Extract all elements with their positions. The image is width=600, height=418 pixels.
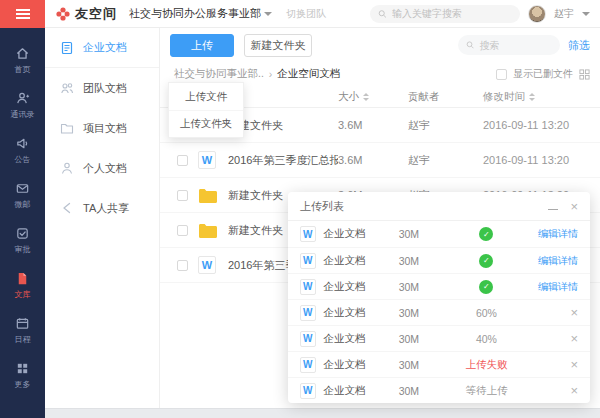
sidebar-item-mail[interactable]: 微邮	[0, 175, 45, 217]
more-grid-icon	[15, 361, 30, 376]
upload-file-name: 企业文档	[324, 227, 399, 241]
word-doc-icon	[300, 383, 316, 399]
sidebar-item-approval[interactable]: 审批	[0, 220, 45, 262]
home-icon	[15, 46, 30, 61]
upload-row: 企业文档 30M 编辑详情	[288, 273, 590, 299]
org-switcher[interactable]: 社交与协同办公服务事业部	[129, 6, 272, 21]
file-contributor: 赵宇	[408, 118, 483, 133]
remove-upload-button[interactable]	[570, 332, 578, 345]
app-name: 友空间	[75, 5, 117, 23]
upload-failed-status: 上传失败	[449, 358, 524, 372]
upload-row: 企业文档 30M 上传失败	[288, 351, 590, 377]
edit-details-link[interactable]: 编辑详情	[538, 254, 578, 268]
file-contributor: 赵宇	[408, 153, 483, 168]
table-row: 2016年第三季度汇总报告.doc 3.6M 赵宇 2016-09-11 13:…	[160, 143, 600, 178]
column-header-modified[interactable]: 修改时间	[483, 90, 600, 104]
minimize-button[interactable]	[548, 202, 558, 210]
upload-dropdown-menu: 上传文件 上传文件夹	[168, 82, 244, 138]
upload-file-size: 30M	[399, 333, 449, 345]
file-modified: 2016-09-11 13:20	[483, 119, 600, 131]
word-doc-icon	[300, 253, 316, 269]
hamburger-menu-button[interactable]	[0, 0, 45, 28]
team-icon	[60, 81, 74, 95]
contacts-icon	[15, 91, 30, 106]
row-checkbox[interactable]	[177, 225, 188, 236]
row-checkbox[interactable]	[177, 190, 188, 201]
bottom-strip	[45, 408, 600, 418]
search-icon	[466, 40, 474, 50]
sidebar-item-more[interactable]: 更多	[0, 355, 45, 397]
upload-file-name: 企业文档	[324, 254, 399, 268]
menu-item-upload-folder[interactable]: 上传文件夹	[169, 110, 243, 137]
app-window: 友空间 社交与协同办公服务事业部 切换团队 赵宇 首页	[0, 0, 600, 418]
sidebar-item-project-docs[interactable]: 项目文档	[45, 108, 159, 148]
upload-file-size: 30M	[399, 281, 449, 293]
grid-view-button[interactable]	[579, 69, 590, 80]
file-size: 3.6M	[338, 154, 408, 166]
upload-progress: 40%	[449, 333, 524, 345]
folder-icon	[198, 188, 218, 203]
upload-row: 企业文档 30M 编辑详情	[288, 247, 590, 273]
primary-sidebar: 首页 通讯录 公告 微邮	[0, 28, 45, 418]
chevron-down-icon	[264, 12, 272, 16]
sidebar-item-shared-with-me[interactable]: TA人共享	[45, 188, 159, 228]
upload-waiting-status: 等待上传	[449, 384, 524, 398]
sort-icon	[363, 93, 369, 101]
approval-icon	[15, 226, 30, 241]
global-search-box	[370, 5, 520, 23]
edit-details-link[interactable]: 编辑详情	[538, 280, 578, 294]
row-checkbox[interactable]	[177, 155, 188, 166]
upload-row: 企业文档 30M 等待上传	[288, 377, 590, 403]
sidebar-item-library[interactable]: 文库	[0, 265, 45, 307]
upload-progress: 60%	[449, 307, 524, 319]
word-doc-icon	[300, 305, 316, 321]
breadcrumb-separator: ›	[269, 68, 273, 80]
word-doc-icon	[300, 226, 316, 242]
new-folder-button[interactable]: 新建文件夹	[244, 34, 312, 57]
org-hint-text: 切换团队	[286, 7, 326, 21]
remove-upload-button[interactable]	[570, 306, 578, 319]
success-icon	[479, 254, 493, 268]
file-modified: 2016-09-11 13:20	[483, 154, 600, 166]
upload-file-size: 30M	[399, 255, 449, 267]
upload-file-name: 企业文档	[324, 358, 399, 372]
sidebar-item-team-docs[interactable]: 团队文档	[45, 68, 159, 108]
show-deleted-label: 显示已删文件	[513, 67, 573, 81]
calendar-icon	[15, 316, 30, 331]
upload-file-size: 30M	[399, 228, 449, 240]
upload-file-size: 30M	[399, 359, 449, 371]
sidebar-item-calendar[interactable]: 日程	[0, 310, 45, 352]
upload-button[interactable]: 上传	[170, 34, 234, 57]
file-name[interactable]: 2016年第三季度汇总报告.doc	[228, 153, 338, 168]
show-deleted-checkbox[interactable]	[496, 69, 507, 80]
edit-details-link[interactable]: 编辑详情	[538, 227, 578, 241]
sort-icon	[529, 93, 535, 101]
remove-upload-button[interactable]	[570, 384, 578, 397]
enterprise-doc-icon	[60, 41, 74, 55]
menu-item-upload-file[interactable]: 上传文件	[169, 83, 243, 110]
share-icon	[60, 201, 74, 215]
upload-row: 企业文档 30M 编辑详情	[288, 221, 590, 247]
breadcrumb-parent[interactable]: 社交与协同事业部..	[174, 67, 264, 81]
close-icon[interactable]	[570, 200, 578, 213]
word-doc-icon	[198, 151, 216, 169]
sidebar-item-home[interactable]: 首页	[0, 40, 45, 82]
sidebar-item-enterprise-docs[interactable]: 企业文档	[45, 28, 159, 68]
chevron-down-icon[interactable]	[582, 12, 590, 16]
file-search-input[interactable]	[479, 40, 552, 51]
filter-link[interactable]: 筛选	[568, 38, 590, 53]
upload-row: 企业文档 30M 60%	[288, 299, 590, 325]
column-header-size[interactable]: 大小	[338, 90, 408, 104]
file-name[interactable]: 新建文件夹	[228, 118, 338, 133]
upload-file-size: 30M	[399, 307, 449, 319]
sidebar-item-contacts[interactable]: 通讯录	[0, 85, 45, 127]
success-icon	[479, 280, 493, 294]
project-folder-icon	[60, 121, 74, 135]
sidebar-item-personal-docs[interactable]: 个人文档	[45, 148, 159, 188]
remove-upload-button[interactable]	[570, 358, 578, 371]
sidebar-item-announcement[interactable]: 公告	[0, 130, 45, 172]
person-icon	[60, 161, 74, 175]
avatar[interactable]	[528, 5, 546, 23]
row-checkbox[interactable]	[177, 260, 188, 271]
global-search-input[interactable]	[392, 8, 512, 19]
